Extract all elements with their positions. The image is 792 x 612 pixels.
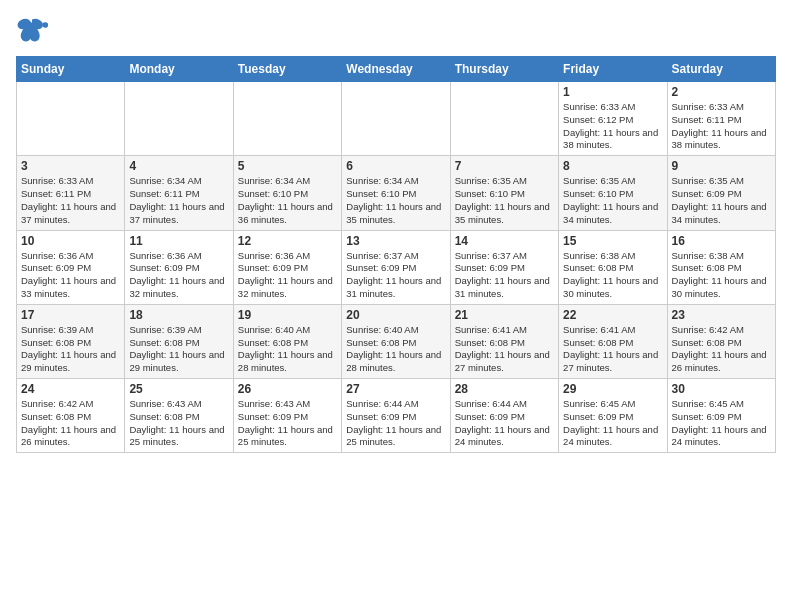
day-info: Sunrise: 6:39 AM Sunset: 6:08 PM Dayligh… [21, 324, 120, 375]
calendar-cell: 22Sunrise: 6:41 AM Sunset: 6:08 PM Dayli… [559, 304, 667, 378]
day-info: Sunrise: 6:42 AM Sunset: 6:08 PM Dayligh… [21, 398, 120, 449]
calendar-cell: 23Sunrise: 6:42 AM Sunset: 6:08 PM Dayli… [667, 304, 775, 378]
calendar-cell: 7Sunrise: 6:35 AM Sunset: 6:10 PM Daylig… [450, 156, 558, 230]
calendar-cell: 9Sunrise: 6:35 AM Sunset: 6:09 PM Daylig… [667, 156, 775, 230]
calendar-cell [125, 82, 233, 156]
calendar-cell: 29Sunrise: 6:45 AM Sunset: 6:09 PM Dayli… [559, 379, 667, 453]
weekday-header-wednesday: Wednesday [342, 57, 450, 82]
day-info: Sunrise: 6:35 AM Sunset: 6:10 PM Dayligh… [563, 175, 662, 226]
day-number: 15 [563, 234, 662, 248]
day-info: Sunrise: 6:38 AM Sunset: 6:08 PM Dayligh… [672, 250, 771, 301]
calendar-cell: 12Sunrise: 6:36 AM Sunset: 6:09 PM Dayli… [233, 230, 341, 304]
day-number: 27 [346, 382, 445, 396]
day-info: Sunrise: 6:36 AM Sunset: 6:09 PM Dayligh… [238, 250, 337, 301]
day-info: Sunrise: 6:39 AM Sunset: 6:08 PM Dayligh… [129, 324, 228, 375]
day-info: Sunrise: 6:34 AM Sunset: 6:10 PM Dayligh… [346, 175, 445, 226]
weekday-header-saturday: Saturday [667, 57, 775, 82]
weekday-header-row: SundayMondayTuesdayWednesdayThursdayFrid… [17, 57, 776, 82]
day-number: 17 [21, 308, 120, 322]
day-number: 8 [563, 159, 662, 173]
calendar-cell: 16Sunrise: 6:38 AM Sunset: 6:08 PM Dayli… [667, 230, 775, 304]
day-number: 28 [455, 382, 554, 396]
week-row-5: 24Sunrise: 6:42 AM Sunset: 6:08 PM Dayli… [17, 379, 776, 453]
day-info: Sunrise: 6:35 AM Sunset: 6:10 PM Dayligh… [455, 175, 554, 226]
week-row-2: 3Sunrise: 6:33 AM Sunset: 6:11 PM Daylig… [17, 156, 776, 230]
calendar-cell: 28Sunrise: 6:44 AM Sunset: 6:09 PM Dayli… [450, 379, 558, 453]
day-info: Sunrise: 6:37 AM Sunset: 6:09 PM Dayligh… [455, 250, 554, 301]
calendar-cell: 3Sunrise: 6:33 AM Sunset: 6:11 PM Daylig… [17, 156, 125, 230]
day-number: 30 [672, 382, 771, 396]
day-number: 9 [672, 159, 771, 173]
day-info: Sunrise: 6:33 AM Sunset: 6:12 PM Dayligh… [563, 101, 662, 152]
day-number: 4 [129, 159, 228, 173]
day-number: 7 [455, 159, 554, 173]
weekday-header-friday: Friday [559, 57, 667, 82]
day-info: Sunrise: 6:33 AM Sunset: 6:11 PM Dayligh… [672, 101, 771, 152]
calendar-cell: 13Sunrise: 6:37 AM Sunset: 6:09 PM Dayli… [342, 230, 450, 304]
day-number: 26 [238, 382, 337, 396]
calendar-cell [17, 82, 125, 156]
day-info: Sunrise: 6:36 AM Sunset: 6:09 PM Dayligh… [21, 250, 120, 301]
calendar-cell: 30Sunrise: 6:45 AM Sunset: 6:09 PM Dayli… [667, 379, 775, 453]
day-info: Sunrise: 6:33 AM Sunset: 6:11 PM Dayligh… [21, 175, 120, 226]
logo-icon [16, 16, 48, 44]
day-info: Sunrise: 6:41 AM Sunset: 6:08 PM Dayligh… [563, 324, 662, 375]
calendar-cell: 24Sunrise: 6:42 AM Sunset: 6:08 PM Dayli… [17, 379, 125, 453]
calendar-cell: 10Sunrise: 6:36 AM Sunset: 6:09 PM Dayli… [17, 230, 125, 304]
day-info: Sunrise: 6:43 AM Sunset: 6:09 PM Dayligh… [238, 398, 337, 449]
calendar-cell [342, 82, 450, 156]
calendar-cell: 15Sunrise: 6:38 AM Sunset: 6:08 PM Dayli… [559, 230, 667, 304]
calendar-cell [450, 82, 558, 156]
calendar-cell: 1Sunrise: 6:33 AM Sunset: 6:12 PM Daylig… [559, 82, 667, 156]
day-number: 19 [238, 308, 337, 322]
week-row-3: 10Sunrise: 6:36 AM Sunset: 6:09 PM Dayli… [17, 230, 776, 304]
calendar-cell: 14Sunrise: 6:37 AM Sunset: 6:09 PM Dayli… [450, 230, 558, 304]
calendar-cell: 17Sunrise: 6:39 AM Sunset: 6:08 PM Dayli… [17, 304, 125, 378]
day-number: 2 [672, 85, 771, 99]
calendar-cell: 19Sunrise: 6:40 AM Sunset: 6:08 PM Dayli… [233, 304, 341, 378]
calendar-cell: 8Sunrise: 6:35 AM Sunset: 6:10 PM Daylig… [559, 156, 667, 230]
day-number: 10 [21, 234, 120, 248]
day-number: 23 [672, 308, 771, 322]
day-info: Sunrise: 6:36 AM Sunset: 6:09 PM Dayligh… [129, 250, 228, 301]
day-number: 29 [563, 382, 662, 396]
day-info: Sunrise: 6:43 AM Sunset: 6:08 PM Dayligh… [129, 398, 228, 449]
calendar-cell: 18Sunrise: 6:39 AM Sunset: 6:08 PM Dayli… [125, 304, 233, 378]
day-number: 25 [129, 382, 228, 396]
day-number: 11 [129, 234, 228, 248]
day-info: Sunrise: 6:37 AM Sunset: 6:09 PM Dayligh… [346, 250, 445, 301]
day-number: 20 [346, 308, 445, 322]
day-number: 3 [21, 159, 120, 173]
calendar-cell: 26Sunrise: 6:43 AM Sunset: 6:09 PM Dayli… [233, 379, 341, 453]
calendar-cell: 5Sunrise: 6:34 AM Sunset: 6:10 PM Daylig… [233, 156, 341, 230]
day-info: Sunrise: 6:44 AM Sunset: 6:09 PM Dayligh… [346, 398, 445, 449]
day-number: 24 [21, 382, 120, 396]
day-info: Sunrise: 6:42 AM Sunset: 6:08 PM Dayligh… [672, 324, 771, 375]
calendar-cell: 20Sunrise: 6:40 AM Sunset: 6:08 PM Dayli… [342, 304, 450, 378]
calendar-cell: 25Sunrise: 6:43 AM Sunset: 6:08 PM Dayli… [125, 379, 233, 453]
day-info: Sunrise: 6:35 AM Sunset: 6:09 PM Dayligh… [672, 175, 771, 226]
day-number: 13 [346, 234, 445, 248]
day-number: 14 [455, 234, 554, 248]
day-info: Sunrise: 6:38 AM Sunset: 6:08 PM Dayligh… [563, 250, 662, 301]
weekday-header-sunday: Sunday [17, 57, 125, 82]
calendar-cell: 27Sunrise: 6:44 AM Sunset: 6:09 PM Dayli… [342, 379, 450, 453]
day-info: Sunrise: 6:45 AM Sunset: 6:09 PM Dayligh… [672, 398, 771, 449]
day-info: Sunrise: 6:34 AM Sunset: 6:10 PM Dayligh… [238, 175, 337, 226]
day-info: Sunrise: 6:40 AM Sunset: 6:08 PM Dayligh… [346, 324, 445, 375]
calendar-cell: 6Sunrise: 6:34 AM Sunset: 6:10 PM Daylig… [342, 156, 450, 230]
day-number: 5 [238, 159, 337, 173]
calendar-cell: 21Sunrise: 6:41 AM Sunset: 6:08 PM Dayli… [450, 304, 558, 378]
day-number: 12 [238, 234, 337, 248]
weekday-header-tuesday: Tuesday [233, 57, 341, 82]
calendar-cell: 2Sunrise: 6:33 AM Sunset: 6:11 PM Daylig… [667, 82, 775, 156]
calendar-cell: 11Sunrise: 6:36 AM Sunset: 6:09 PM Dayli… [125, 230, 233, 304]
logo [16, 16, 52, 44]
day-number: 16 [672, 234, 771, 248]
calendar-cell [233, 82, 341, 156]
weekday-header-thursday: Thursday [450, 57, 558, 82]
week-row-4: 17Sunrise: 6:39 AM Sunset: 6:08 PM Dayli… [17, 304, 776, 378]
day-info: Sunrise: 6:40 AM Sunset: 6:08 PM Dayligh… [238, 324, 337, 375]
day-number: 1 [563, 85, 662, 99]
day-number: 18 [129, 308, 228, 322]
